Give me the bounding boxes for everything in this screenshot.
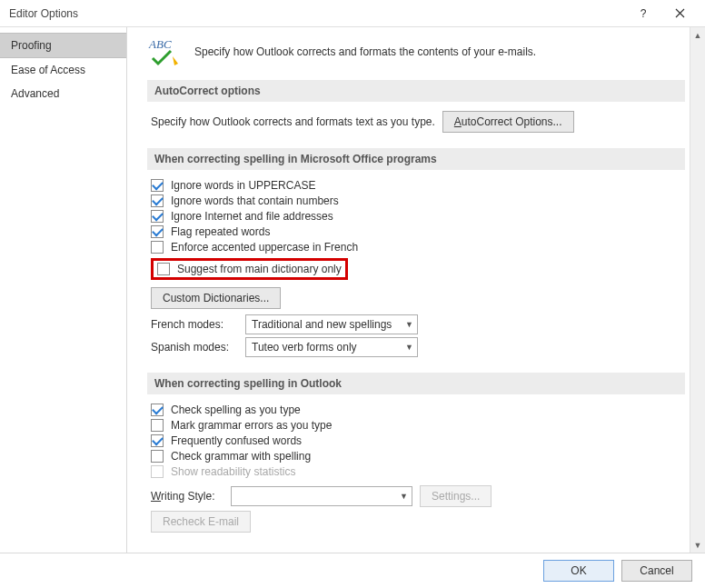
checkbox-row: Enforce accented uppercase in French xyxy=(151,241,681,254)
scroll-down-icon[interactable]: ▼ xyxy=(690,537,705,553)
checkbox-confused-words[interactable] xyxy=(151,434,164,447)
ok-button[interactable]: OK xyxy=(543,560,614,582)
btn-label: Cancel xyxy=(640,564,673,577)
checkbox-ignore-internet[interactable] xyxy=(151,210,164,223)
spanish-modes-dropdown[interactable]: Tuteo verb forms only▼ xyxy=(245,337,418,357)
checkbox-row: Check grammar with spelling xyxy=(151,450,681,463)
sidebar-item-label: Advanced xyxy=(11,87,59,100)
sidebar-item-proofing[interactable]: Proofing xyxy=(0,33,126,58)
sidebar-item-label: Ease of Access xyxy=(11,64,85,76)
dropdown-value: Tuteo verb forms only xyxy=(252,341,357,354)
spanish-modes-label: Spanish modes: xyxy=(151,341,238,354)
sidebar: Proofing Ease of Access Advanced xyxy=(0,27,127,553)
checkbox-ignore-uppercase[interactable] xyxy=(151,179,164,192)
custom-dictionaries-button[interactable]: Custom Dictionaries... xyxy=(151,287,281,309)
section-autocorrect-body: Specify how Outlook corrects and formats… xyxy=(147,111,685,141)
scroll-up-icon[interactable]: ▲ xyxy=(690,27,705,43)
writing-style-dropdown[interactable]: ▼ xyxy=(231,486,412,506)
sidebar-item-ease-of-access[interactable]: Ease of Access xyxy=(0,58,126,82)
checkbox-label: Suggest from main dictionary only xyxy=(177,263,342,275)
french-modes-dropdown[interactable]: Traditional and new spellings▼ xyxy=(245,314,418,334)
checkbox-label: Enforce accented uppercase in French xyxy=(171,241,358,254)
sidebar-item-advanced[interactable]: Advanced xyxy=(0,82,126,105)
checkbox-flag-repeated[interactable] xyxy=(151,225,164,238)
checkbox-row: Ignore words that contain numbers xyxy=(151,194,681,207)
checkbox-row: Check spelling as you type xyxy=(151,404,681,416)
checkbox-row: Flag repeated words xyxy=(151,225,681,238)
btn-label: Settings... xyxy=(432,490,480,503)
checkbox-label: Mark grammar errors as you type xyxy=(171,419,332,432)
close-button[interactable] xyxy=(661,1,698,26)
checkbox-row: Mark grammar errors as you type xyxy=(151,419,681,432)
checkbox-readability xyxy=(151,465,164,478)
section-spelling-office-header: When correcting spelling in Microsoft Of… xyxy=(147,148,685,170)
checkbox-row: Ignore words in UPPERCASE xyxy=(151,179,681,192)
settings-button: Settings... xyxy=(420,485,492,507)
checkbox-check-spelling[interactable] xyxy=(151,404,164,416)
checkbox-label: Ignore words that contain numbers xyxy=(171,194,339,207)
chevron-down-icon: ▼ xyxy=(405,343,413,352)
checkbox-row: Show readability statistics xyxy=(151,465,681,478)
checkbox-label: Frequently confused words xyxy=(171,434,302,447)
checkbox-label: Ignore words in UPPERCASE xyxy=(171,179,315,192)
section-autocorrect-header: AutoCorrect options xyxy=(147,80,685,102)
recheck-email-button: Recheck E-mail xyxy=(151,511,251,533)
help-button[interactable]: ? xyxy=(625,1,661,26)
checkbox-label: Show readability statistics xyxy=(171,465,295,478)
window-title: Editor Options xyxy=(9,7,625,20)
section-spelling-office-body: Ignore words in UPPERCASE Ignore words t… xyxy=(147,179,685,365)
abc-proofing-icon: ABC xyxy=(147,36,184,67)
btn-label: utoCorrect Options... xyxy=(462,115,562,128)
cancel-button[interactable]: Cancel xyxy=(621,560,692,582)
content: ABC Specify how Outlook corrects and for… xyxy=(127,27,705,553)
main-area: Proofing Ease of Access Advanced ABC Spe… xyxy=(0,27,705,553)
dialog-footer: OK Cancel xyxy=(0,553,705,587)
vertical-scrollbar[interactable]: ▲ ▼ xyxy=(690,27,705,553)
checkbox-label: Check spelling as you type xyxy=(171,404,301,416)
close-icon xyxy=(675,8,685,18)
section-spelling-outlook-body: Check spelling as you type Mark grammar … xyxy=(147,404,685,541)
checkbox-row: Ignore Internet and file addresses xyxy=(151,210,681,223)
autocorrect-options-button[interactable]: AutoCorrect Options... xyxy=(442,111,574,133)
section-spelling-outlook-header: When correcting spelling in Outlook xyxy=(147,373,685,394)
intro-text: Specify how Outlook corrects and formats… xyxy=(194,45,536,58)
checkbox-row: Frequently confused words xyxy=(151,434,681,447)
french-modes-label: French modes: xyxy=(151,318,238,331)
checkbox-main-dictionary[interactable] xyxy=(157,263,170,275)
dropdown-value: Traditional and new spellings xyxy=(252,318,392,331)
highlighted-option: Suggest from main dictionary only xyxy=(151,258,348,280)
svg-text:ABC: ABC xyxy=(148,37,172,51)
btn-label: Recheck E-mail xyxy=(163,515,239,528)
autocorrect-desc: Specify how Outlook corrects and formats… xyxy=(151,115,435,128)
intro-row: ABC Specify how Outlook corrects and for… xyxy=(147,36,685,67)
writing-style-label: Writing Style: xyxy=(151,490,223,503)
chevron-down-icon: ▼ xyxy=(405,320,413,329)
checkbox-label: Ignore Internet and file addresses xyxy=(171,210,333,223)
titlebar: Editor Options ? xyxy=(0,0,705,27)
content-wrap: ABC Specify how Outlook corrects and for… xyxy=(127,27,705,553)
btn-label: OK xyxy=(571,564,586,577)
checkbox-mark-grammar[interactable] xyxy=(151,419,164,432)
btn-label: Custom Dictionaries... xyxy=(163,292,269,304)
checkbox-check-grammar[interactable] xyxy=(151,450,164,463)
checkbox-label: Flag repeated words xyxy=(171,225,270,238)
checkbox-accented-french[interactable] xyxy=(151,241,164,254)
chevron-down-icon: ▼ xyxy=(400,492,408,501)
checkbox-ignore-numbers[interactable] xyxy=(151,194,164,207)
checkbox-label: Check grammar with spelling xyxy=(171,450,311,463)
sidebar-item-label: Proofing xyxy=(11,39,52,52)
